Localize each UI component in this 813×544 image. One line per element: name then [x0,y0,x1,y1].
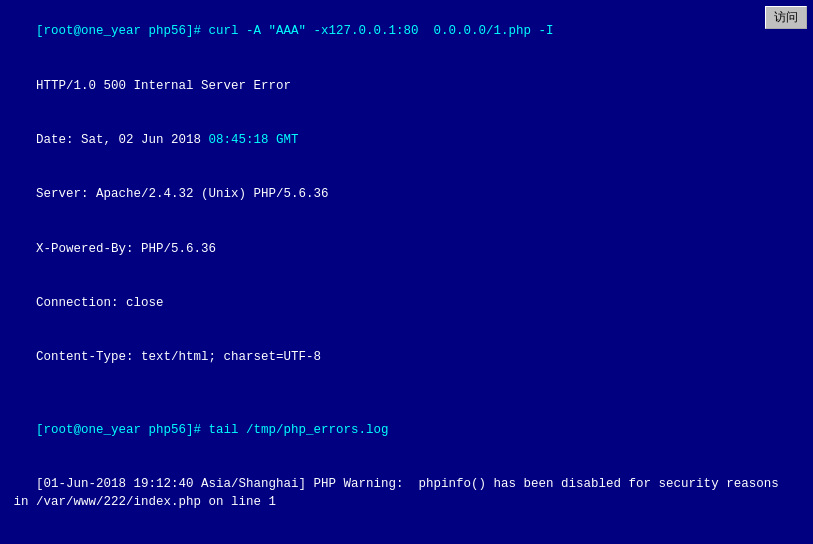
terminal-line: [01-Jun-2018 19:12:40 Asia/Shanghai] PHP… [6,457,807,530]
terminal-window: 访问 [root@one_year php56]# curl -A "AAA" … [0,0,813,544]
visit-button[interactable]: 访问 [765,6,807,29]
terminal-line: [root@one_year php56]# tail /tmp/php_err… [6,403,807,457]
terminal-line: [02-Jun-2018 16:41:26 Asia/Shanghai] PHP… [6,530,807,544]
terminal-line: Date: Sat, 02 Jun 2018 08:45:18 GMT [6,113,807,167]
terminal-line: Connection: close [6,276,807,330]
terminal-line: HTTP/1.0 500 Internal Server Error [6,58,807,112]
terminal-line: Content-Type: text/html; charset=UTF-8 [6,330,807,384]
terminal-line: X-Powered-By: PHP/5.6.36 [6,222,807,276]
terminal-line: Server: Apache/2.4.32 (Unix) PHP/5.6.36 [6,167,807,221]
terminal-line: [root@one_year php56]# curl -A "AAA" -x1… [6,4,807,58]
terminal-line [6,385,807,403]
